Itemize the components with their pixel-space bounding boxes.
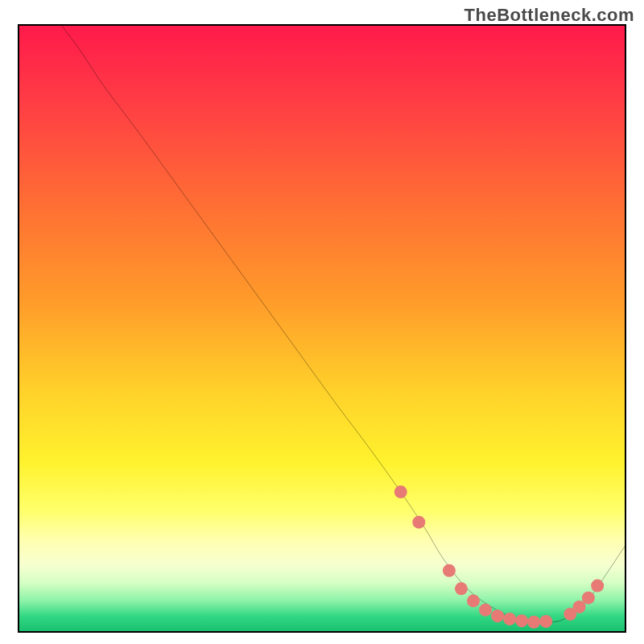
highlight-dots [394, 485, 604, 629]
plot-area [18, 24, 626, 633]
highlight-dot [527, 616, 540, 629]
highlight-dot [412, 516, 425, 529]
highlight-dot [491, 609, 504, 622]
highlight-dot [455, 582, 468, 595]
highlight-dot [591, 580, 604, 592]
highlight-dot [573, 601, 586, 613]
highlight-dot [479, 604, 492, 617]
highlight-dot [443, 564, 456, 577]
chart-svg [19, 26, 625, 631]
chart-container: TheBottleneck.com [0, 0, 644, 644]
highlight-dot [539, 615, 552, 628]
highlight-dot [582, 592, 595, 605]
highlight-dot [467, 594, 480, 607]
watermark-label: TheBottleneck.com [464, 5, 634, 26]
highlight-dot [394, 485, 407, 498]
highlight-dot [515, 614, 528, 627]
bottleneck-curve [62, 26, 625, 622]
highlight-dot [503, 613, 516, 625]
